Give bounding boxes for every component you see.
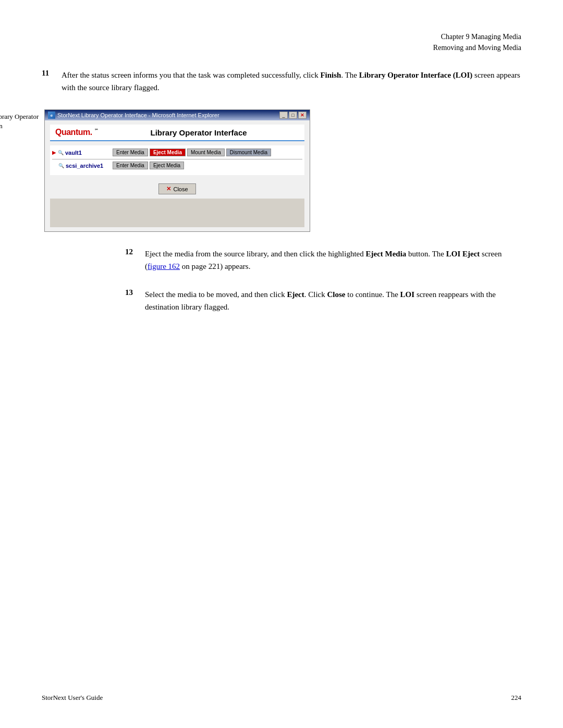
figure-caption: Figure 164 Library Operator Interface Sc… [0,109,39,131]
chapter-line1: Chapter 9 Managing Media [42,31,521,42]
archive1-enter-media-button[interactable]: Enter Media [113,162,148,169]
archive1-search-icon: 🔍 [58,163,64,168]
vault1-enter-media-button[interactable]: Enter Media [113,149,148,156]
loi-title: Library Operator Interface [98,128,299,137]
browser-footer-area [50,199,304,227]
finish-bold: Finish [320,71,341,79]
eject-bold: Eject [287,290,304,299]
browser-content: Quantum. ℠ Library Operator Interface ▶ … [45,120,310,231]
library-row-scsi-archive1: 🔍 scsi_archive1 Enter Media Eject Media [52,162,302,169]
step-12-block: 12 Eject the media from the source libra… [125,248,521,273]
archive1-buttons: Enter Media Eject Media [113,162,184,169]
browser-titlebar-icon: e [48,112,55,119]
library-name-scsi-archive1: 🔍 scsi_archive1 [52,163,109,169]
browser-titlebar-left: e StorNext Library Operator Interface - … [48,112,219,119]
quantum-text: Quantum. [55,128,92,137]
browser-window: e StorNext Library Operator Interface - … [44,109,310,232]
library-row-vault1: ▶ 🔍 vault1 Enter Media Eject Media Mount… [52,149,302,156]
archive1-eject-media-button[interactable]: Eject Media [150,162,184,169]
vault1-buttons: Enter Media Eject Media Mount Media Dism… [113,149,271,156]
vault1-search-icon: 🔍 [58,150,64,155]
vault1-dismount-media-button[interactable]: Dismount Media [226,149,271,156]
step-12-text: Eject the media from the source library,… [145,248,521,273]
step-11-block: 11 After the status screen informs you t… [42,69,521,94]
close-btn-area: ✕ Close [50,179,304,199]
vault1-mount-media-button[interactable]: Mount Media [187,149,225,156]
figure-section: Figure 164 Library Operator Interface Sc… [0,109,521,232]
step-13-number: 13 [125,288,141,297]
eject-media-bold: Eject Media [365,250,406,258]
page-footer: StorNext User's Guide 224 [42,694,521,702]
loi-eject-bold: LOI Eject [446,250,480,258]
quantum-logo: Quantum. ℠ [55,128,98,137]
vault1-arrow-icon: ▶ [52,150,56,155]
footer-right: 224 [511,694,522,702]
close-bold: Close [327,290,345,299]
step-13-text: Select the media to be moved, and then c… [145,288,521,313]
loi-header: Quantum. ℠ Library Operator Interface [50,125,304,141]
library-name-vault1: ▶ 🔍 vault1 [52,150,109,156]
close-button[interactable]: ✕ Close [158,183,195,194]
chapter-line2: Removing and Moving Media [42,42,521,53]
loi-bold-2: LOI [400,290,415,299]
figure-162-link[interactable]: figure 162 [148,262,180,270]
vault1-name: vault1 [65,150,82,156]
loi-divider [52,159,302,159]
step-11-number: 11 [42,69,57,78]
close-x-icon: ✕ [166,186,171,192]
browser-titlebar-controls: _ □ ✕ [279,112,307,119]
steps-after: 12 Eject the media from the source libra… [125,248,521,313]
close-window-button[interactable]: ✕ [298,112,307,119]
library-rows: ▶ 🔍 vault1 Enter Media Eject Media Mount… [50,145,304,175]
loi-bold: Library Operator Interface (LOI) [359,71,473,79]
vault1-eject-media-button[interactable]: Eject Media [150,149,186,156]
close-label: Close [173,186,188,192]
chapter-header: Chapter 9 Managing Media Removing and Mo… [42,31,521,53]
step-12-number: 12 [125,248,141,256]
browser-titlebar: e StorNext Library Operator Interface - … [45,110,310,120]
maximize-button[interactable]: □ [289,112,297,119]
archive1-name: scsi_archive1 [66,163,103,169]
browser-title-text: StorNext Library Operator Interface - Mi… [57,112,219,118]
footer-left: StorNext User's Guide [42,694,103,702]
minimize-button[interactable]: _ [279,112,288,119]
step-13-block: 13 Select the media to be moved, and the… [125,288,521,313]
step-11-text: After the status screen informs you that… [62,69,521,94]
